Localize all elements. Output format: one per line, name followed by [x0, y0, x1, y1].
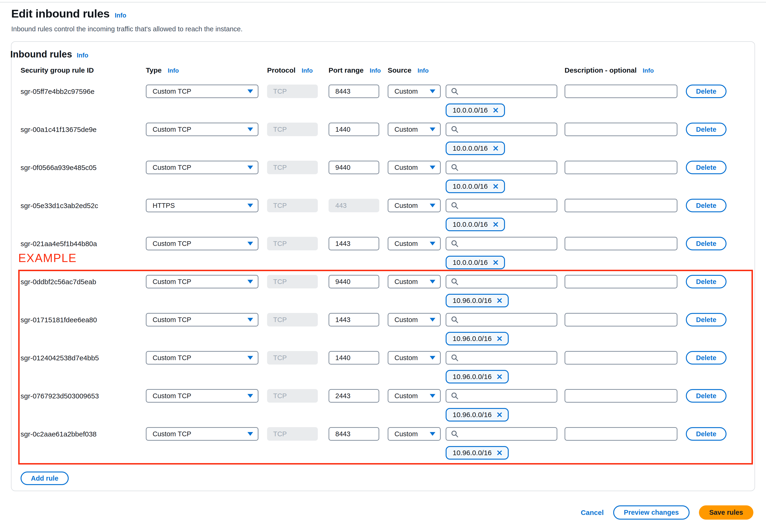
delete-rule-button[interactable]: Delete — [686, 123, 727, 136]
source-select[interactable]: Custom — [388, 313, 441, 326]
source-select[interactable]: Custom — [388, 161, 441, 174]
source-select[interactable]: Custom — [388, 427, 441, 441]
description-input[interactable] — [565, 275, 677, 288]
description-input[interactable] — [565, 389, 677, 403]
column-header-source: Source Info — [388, 66, 429, 74]
type-select[interactable]: Custom TCP — [146, 427, 258, 441]
description-input[interactable] — [565, 313, 677, 326]
rule-id-label: sgr-0767923d503009653 — [21, 392, 99, 400]
chip-dismiss-icon[interactable]: ✕ — [496, 297, 503, 305]
chip-dismiss-icon[interactable]: ✕ — [496, 373, 503, 381]
port-range-input[interactable]: 443 — [328, 199, 379, 212]
chip-dismiss-icon[interactable]: ✕ — [492, 221, 499, 228]
save-rules-button[interactable]: Save rules — [699, 505, 753, 520]
source-search-input[interactable] — [446, 199, 557, 212]
port-range-input[interactable]: 2443 — [328, 389, 379, 403]
source-select[interactable]: Custom — [388, 351, 441, 365]
port-range-info-link[interactable]: Info — [370, 67, 381, 74]
description-input[interactable] — [565, 85, 677, 98]
source-select[interactable]: Custom — [388, 85, 441, 98]
source-search-input[interactable] — [446, 427, 557, 441]
source-select[interactable]: Custom — [388, 199, 441, 212]
chip-dismiss-icon[interactable]: ✕ — [492, 106, 499, 114]
cancel-button[interactable]: Cancel — [581, 509, 604, 517]
source-search-input[interactable] — [446, 351, 557, 365]
chip-dismiss-icon[interactable]: ✕ — [496, 411, 503, 419]
source-search-input[interactable] — [446, 237, 557, 250]
delete-rule-button[interactable]: Delete — [686, 85, 727, 98]
page-top-divider — [0, 2, 766, 3]
type-info-link[interactable]: Info — [168, 67, 179, 74]
source-search-input[interactable] — [446, 123, 557, 136]
source-select[interactable]: Custom — [388, 389, 441, 403]
type-select[interactable]: HTTPS — [146, 199, 258, 212]
rule-row: sgr-00a1c41f13675de9e Custom TCP TCP 144… — [11, 123, 755, 156]
chip-dismiss-icon[interactable]: ✕ — [492, 183, 499, 190]
description-info-link[interactable]: Info — [643, 67, 654, 74]
protocol-field: TCP — [267, 389, 318, 403]
protocol-field: TCP — [267, 237, 318, 250]
port-range-input[interactable]: 8443 — [328, 85, 379, 98]
description-input[interactable] — [565, 351, 677, 365]
source-select[interactable]: Custom — [388, 275, 441, 288]
page-title-info-link[interactable]: Info — [115, 12, 126, 19]
example-annotation-label: EXAMPLE — [18, 251, 77, 265]
rule-row: sgr-05e33d1c3ab2ed52c HTTPS TCP 443 Cust… — [11, 199, 755, 233]
port-range-input[interactable]: 8443 — [328, 427, 379, 441]
port-range-input[interactable]: 1440 — [328, 123, 379, 136]
delete-rule-button[interactable]: Delete — [686, 161, 727, 174]
delete-rule-button[interactable]: Delete — [686, 427, 727, 441]
chevron-down-icon — [247, 89, 253, 93]
type-select[interactable]: Custom TCP — [146, 85, 258, 98]
delete-rule-button[interactable]: Delete — [686, 199, 727, 212]
delete-rule-button[interactable]: Delete — [686, 351, 727, 365]
chip-dismiss-icon[interactable]: ✕ — [492, 145, 499, 152]
chip-dismiss-icon[interactable]: ✕ — [496, 335, 503, 343]
source-search-input[interactable] — [446, 389, 557, 403]
chip-dismiss-icon[interactable]: ✕ — [492, 259, 499, 266]
source-search-input[interactable] — [446, 85, 557, 98]
chip-dismiss-icon[interactable]: ✕ — [496, 449, 503, 457]
type-select[interactable]: Custom TCP — [146, 123, 258, 136]
protocol-field: TCP — [267, 313, 318, 326]
description-input[interactable] — [565, 427, 677, 441]
type-select[interactable]: Custom TCP — [146, 389, 258, 403]
source-search-input[interactable] — [446, 313, 557, 326]
type-select[interactable]: Custom TCP — [146, 275, 258, 288]
port-range-input[interactable]: 1443 — [328, 313, 379, 326]
type-select[interactable]: Custom TCP — [146, 161, 258, 174]
source-select[interactable]: Custom — [388, 237, 441, 250]
port-range-input[interactable]: 1443 — [328, 237, 379, 250]
source-cidr-chip: 10.96.0.0/16 ✕ — [446, 370, 509, 383]
delete-rule-button[interactable]: Delete — [686, 389, 727, 403]
description-input[interactable] — [565, 199, 677, 212]
source-search-input[interactable] — [446, 161, 557, 174]
type-select[interactable]: Custom TCP — [146, 351, 258, 365]
type-select[interactable]: Custom TCP — [146, 237, 258, 250]
source-select[interactable]: Custom — [388, 123, 441, 136]
source-info-link[interactable]: Info — [418, 67, 429, 74]
chevron-down-icon — [247, 432, 253, 436]
chevron-down-icon — [430, 166, 435, 169]
add-rule-button[interactable]: Add rule — [21, 472, 69, 485]
port-range-input[interactable]: 9440 — [328, 275, 379, 288]
delete-rule-button[interactable]: Delete — [686, 275, 727, 288]
protocol-field: TCP — [267, 427, 318, 441]
protocol-info-link[interactable]: Info — [302, 67, 313, 74]
page-title: Edit inbound rules — [11, 7, 110, 20]
preview-changes-button[interactable]: Preview changes — [613, 505, 690, 520]
delete-rule-button[interactable]: Delete — [686, 237, 727, 250]
rule-id-label: sgr-00a1c41f13675de9e — [21, 126, 96, 134]
port-range-input[interactable]: 9440 — [328, 161, 379, 174]
delete-rule-button[interactable]: Delete — [686, 313, 727, 326]
description-input[interactable] — [565, 237, 677, 250]
description-input[interactable] — [565, 123, 677, 136]
panel-heading-info-link[interactable]: Info — [77, 52, 88, 59]
source-search-input[interactable] — [446, 275, 557, 288]
description-input[interactable] — [565, 161, 677, 174]
port-range-input[interactable]: 1440 — [328, 351, 379, 365]
search-icon — [451, 201, 459, 210]
type-select[interactable]: Custom TCP — [146, 313, 258, 326]
chevron-down-icon — [247, 128, 253, 131]
source-cidr-chip: 10.96.0.0/16 ✕ — [446, 332, 509, 345]
